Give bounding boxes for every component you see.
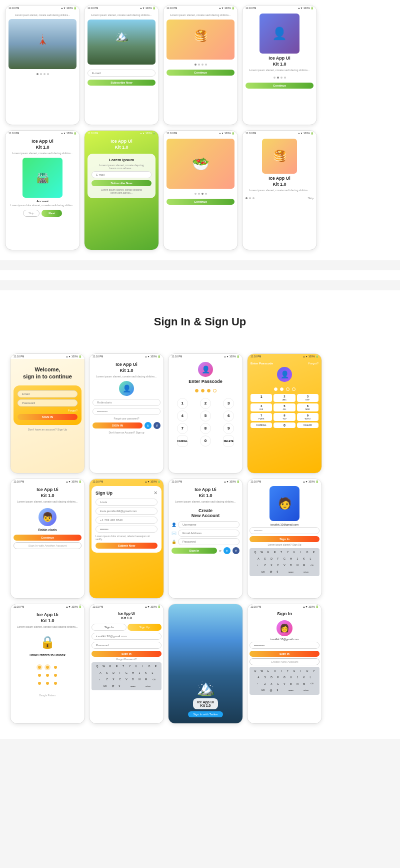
si6-phone[interactable] — [96, 517, 158, 524]
si1-signin-btn[interactable]: SIGN IN — [18, 414, 78, 420]
k3-c[interactable]: C — [275, 681, 281, 687]
k3-o[interactable]: O — [304, 668, 310, 674]
num-4[interactable]: 4 — [177, 410, 188, 421]
k3-j[interactable]: J — [294, 674, 300, 680]
k2-at[interactable]: @ — [110, 683, 116, 689]
k3-u[interactable]: U — [292, 668, 298, 674]
k3-w[interactable]: W — [259, 668, 265, 674]
si10-password[interactable] — [92, 642, 162, 649]
k3-z[interactable]: Z — [262, 681, 268, 687]
si5-another-btn[interactable]: Sign In with Another Account — [14, 542, 82, 549]
k2-s[interactable]: S — [104, 670, 110, 676]
k2-p[interactable]: P — [153, 663, 159, 669]
k3-v[interactable]: V — [282, 681, 288, 687]
num-6[interactable]: 6 — [223, 410, 234, 421]
key-c[interactable]: C — [275, 562, 281, 568]
num-5[interactable]: 5 — [200, 410, 211, 421]
k2-shift[interactable]: ⇧ — [94, 676, 104, 682]
num-8[interactable]: 8 — [200, 423, 211, 434]
ob2-email-input[interactable] — [88, 70, 156, 77]
key-b[interactable]: B — [288, 562, 294, 568]
k2-b[interactable]: B — [130, 676, 136, 682]
k2-l[interactable]: L — [150, 670, 156, 676]
key-m[interactable]: M — [301, 562, 307, 568]
ob6-subscribe-btn[interactable]: Subscribe Now — [92, 180, 152, 186]
k3-y[interactable]: Y — [285, 668, 291, 674]
si1-email[interactable] — [18, 390, 78, 397]
k3-backspace[interactable]: ⌫ — [308, 681, 316, 687]
key-j[interactable]: J — [294, 556, 300, 562]
k2-123[interactable]: 123 — [100, 683, 110, 689]
k2-e[interactable]: E — [108, 663, 114, 669]
k3-g[interactable]: G — [282, 674, 288, 680]
k2-a[interactable]: A — [98, 670, 104, 676]
k3-t[interactable]: T — [278, 668, 284, 674]
key-s[interactable]: S — [262, 556, 268, 562]
k2-r[interactable]: R — [114, 663, 120, 669]
k2-f[interactable]: F — [117, 670, 123, 676]
ob6-email-input[interactable] — [92, 171, 152, 178]
k2-return[interactable]: return — [144, 683, 152, 689]
key-r[interactable]: R — [272, 549, 278, 555]
si7-email[interactable] — [178, 530, 240, 537]
k3-shift[interactable]: ⇧ — [252, 681, 262, 687]
onum-7[interactable]: 7PQRS — [250, 413, 272, 421]
key-h[interactable]: H — [288, 556, 294, 562]
k2-backspace[interactable]: ⌫ — [150, 676, 158, 682]
k2-j[interactable]: J — [136, 670, 142, 676]
si7-facebook[interactable]: f — [232, 547, 240, 554]
num-delete[interactable]: DELETE — [223, 436, 234, 447]
onum-6[interactable]: 6MNO — [297, 403, 318, 411]
k3-h[interactable]: H — [288, 674, 294, 680]
k3-9[interactable]: 9 — [274, 687, 280, 693]
num-cancel[interactable]: CANCEL — [177, 436, 188, 447]
key-e[interactable]: E — [266, 549, 272, 555]
key-g[interactable]: G — [282, 556, 288, 562]
si7-signin-btn[interactable]: Sign In — [172, 548, 217, 554]
si12-signin-btn[interactable]: Sign In — [250, 651, 320, 657]
k2-c[interactable]: C — [117, 676, 123, 682]
ob3-continue-btn[interactable]: Continue — [166, 70, 234, 76]
k3-n[interactable]: N — [294, 681, 300, 687]
num-9[interactable]: 9 — [223, 423, 234, 434]
ob5-next-btn[interactable]: Next — [42, 210, 62, 217]
k3-return[interactable]: return — [302, 687, 310, 693]
key-q[interactable]: Q — [252, 549, 258, 555]
k3-a[interactable]: A — [256, 674, 262, 680]
onum-1[interactable]: 1 — [250, 394, 272, 402]
key-a[interactable]: A — [256, 556, 262, 562]
key-l[interactable]: L — [308, 556, 314, 562]
ob4-continue-btn[interactable]: Continue — [246, 83, 314, 89]
k3-x[interactable]: X — [268, 681, 274, 687]
k2-q[interactable]: Q — [94, 663, 100, 669]
si2-signin-btn[interactable]: SIGN IN — [92, 422, 142, 428]
onum-clear[interactable]: CLEAR — [297, 422, 318, 428]
k3-r[interactable]: R — [272, 668, 278, 674]
si11-twitter-btn[interactable]: Sign In with Twitter — [188, 711, 223, 717]
key-o[interactable]: O — [304, 549, 310, 555]
si8-signin-btn[interactable]: Sign In — [250, 536, 320, 542]
k2-d[interactable]: D — [110, 670, 116, 676]
onum-cancel[interactable]: CANCEL — [250, 422, 272, 428]
onum-9[interactable]: 9WXYZ — [297, 413, 318, 421]
si8-password[interactable] — [250, 527, 320, 534]
ob8-skip-btn[interactable]: Skip — [308, 197, 314, 200]
k2-y[interactable]: Y — [127, 663, 133, 669]
ob2-subscribe-btn[interactable]: Subscribe Now — [88, 80, 156, 86]
k2-o[interactable]: O — [146, 663, 152, 669]
k2-u[interactable]: U — [134, 663, 140, 669]
k3-l[interactable]: L — [308, 674, 314, 680]
key-space[interactable]: space — [281, 569, 301, 575]
si2-facebook-btn[interactable]: f — [154, 422, 160, 429]
k3-i[interactable]: I — [298, 668, 304, 674]
k2-9[interactable]: 9 — [116, 683, 122, 689]
key-9[interactable]: 9 — [274, 569, 280, 575]
k3-m[interactable]: M — [301, 681, 307, 687]
si2-password[interactable] — [92, 408, 160, 415]
key-x[interactable]: X — [268, 562, 274, 568]
k2-i[interactable]: I — [140, 663, 146, 669]
k2-z[interactable]: Z — [104, 676, 110, 682]
key-v[interactable]: V — [282, 562, 288, 568]
k2-t[interactable]: T — [120, 663, 126, 669]
si6-close[interactable]: ✕ — [154, 490, 158, 496]
